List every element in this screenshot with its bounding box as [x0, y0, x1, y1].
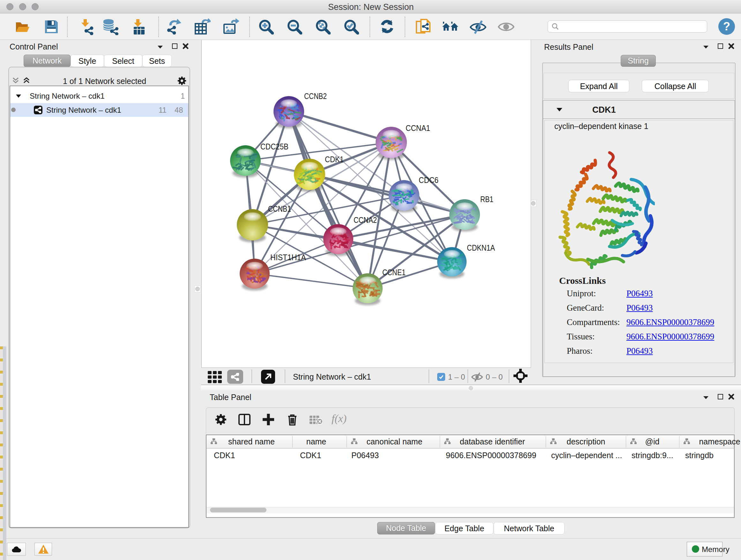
svg-text:CDC6: CDC6	[419, 175, 439, 185]
svg-text:CDKN1A: CDKN1A	[467, 243, 495, 253]
svg-text:?: ?	[723, 20, 730, 33]
svg-text:CCNE1: CCNE1	[382, 267, 406, 277]
svg-text:RB1: RB1	[480, 194, 493, 204]
svg-text:HIST1H1A: HIST1H1A	[270, 253, 307, 262]
svg-text:CCNB1: CCNB1	[268, 204, 291, 213]
svg-text:CCNA2: CCNA2	[354, 215, 377, 225]
svg-text:CCNB2: CCNB2	[304, 91, 327, 101]
svg-text:CDC25B: CDC25B	[260, 142, 288, 151]
svg-text:CCNA1: CCNA1	[406, 123, 430, 133]
svg-text:CDK1: CDK1	[325, 154, 344, 164]
